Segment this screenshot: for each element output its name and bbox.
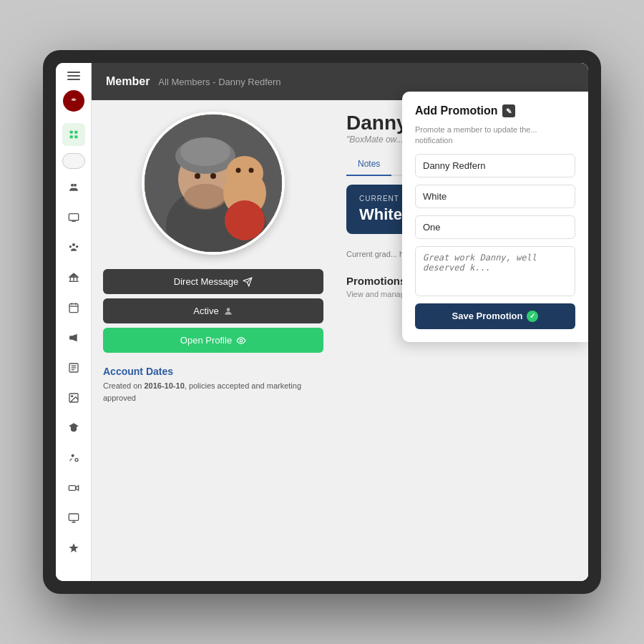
add-promotion-modal: Add Promotion ✎ Promote a member to upda… <box>402 92 588 342</box>
list-icon[interactable] <box>62 356 85 379</box>
page-title: Member <box>106 75 150 88</box>
search-pill[interactable] <box>62 153 85 169</box>
svg-point-44 <box>180 137 230 166</box>
svg-rect-2 <box>74 131 77 134</box>
svg-point-46 <box>226 156 263 190</box>
svg-point-27 <box>71 396 72 397</box>
image-icon[interactable] <box>62 386 85 409</box>
svg-marker-38 <box>69 543 78 552</box>
screen-icon[interactable] <box>62 206 85 229</box>
svg-point-51 <box>249 168 254 173</box>
action-buttons: Direct Message Active <box>103 269 323 353</box>
svg-point-11 <box>76 245 78 248</box>
members-icon[interactable] <box>62 176 85 199</box>
promotion-stripe-input[interactable] <box>415 215 575 239</box>
svg-rect-33 <box>69 486 75 491</box>
avatar <box>142 112 285 255</box>
svg-marker-13 <box>69 273 78 276</box>
svg-point-10 <box>69 245 71 248</box>
svg-point-9 <box>72 243 75 246</box>
account-dates-title: Account Dates <box>103 366 323 377</box>
breadcrumb: All Members - Danny Redfern <box>158 77 280 87</box>
tab-notes[interactable]: Notes <box>346 153 391 176</box>
promotion-belt-input[interactable] <box>415 185 575 208</box>
megaphone-icon[interactable] <box>62 326 85 349</box>
calendar-icon[interactable] <box>62 296 85 319</box>
svg-point-54 <box>226 308 230 311</box>
svg-rect-12 <box>69 277 78 278</box>
account-dates-section: Account Dates Created on 2016-10-10, pol… <box>103 366 323 404</box>
svg-rect-3 <box>69 135 72 138</box>
modal-title: Add Promotion ✎ <box>415 104 575 117</box>
svg-rect-17 <box>69 281 78 282</box>
modal-description: Promote a member to update the... notifi… <box>415 125 575 147</box>
avatar-image <box>145 114 282 252</box>
home-icon[interactable] <box>62 123 85 146</box>
person-settings-icon[interactable] <box>62 447 85 469</box>
svg-rect-18 <box>69 304 78 313</box>
svg-point-6 <box>74 184 77 187</box>
svg-point-5 <box>71 184 74 187</box>
open-profile-button[interactable]: Open Profile <box>103 328 323 353</box>
active-button[interactable]: Active <box>103 298 323 323</box>
monitor-icon[interactable] <box>62 507 85 530</box>
svg-rect-1 <box>69 131 72 134</box>
video-icon[interactable] <box>62 477 85 499</box>
svg-point-29 <box>71 454 74 457</box>
svg-rect-14 <box>69 278 70 281</box>
save-promotion-button[interactable]: Save Promotion ✓ <box>415 303 575 329</box>
svg-rect-4 <box>74 135 77 138</box>
svg-rect-15 <box>73 278 74 281</box>
graduation-icon[interactable] <box>62 416 85 439</box>
svg-point-42 <box>184 184 227 210</box>
edit-icon: ✎ <box>502 104 515 117</box>
left-panel: Direct Message Active <box>92 100 335 581</box>
group-icon[interactable] <box>62 236 85 259</box>
svg-rect-7 <box>69 214 78 220</box>
bank-icon[interactable] <box>62 266 85 289</box>
sidebar <box>56 63 92 581</box>
account-dates-text: Created on 2016-10-10, policies accepted… <box>103 380 323 404</box>
svg-rect-35 <box>69 514 78 520</box>
hamburger-icon[interactable] <box>67 72 80 80</box>
svg-point-55 <box>240 339 243 342</box>
svg-point-50 <box>236 168 241 173</box>
svg-point-30 <box>75 459 78 462</box>
svg-point-48 <box>195 173 200 179</box>
promotion-notes-textarea[interactable] <box>415 246 575 296</box>
star-icon[interactable] <box>62 537 85 560</box>
svg-point-47 <box>225 200 265 240</box>
logo-icon[interactable] <box>63 90 84 112</box>
direct-message-button[interactable]: Direct Message <box>103 269 323 294</box>
svg-point-49 <box>210 173 216 179</box>
promotion-name-input[interactable] <box>415 154 575 177</box>
checkmark-icon: ✓ <box>527 311 538 322</box>
svg-rect-16 <box>77 278 77 281</box>
